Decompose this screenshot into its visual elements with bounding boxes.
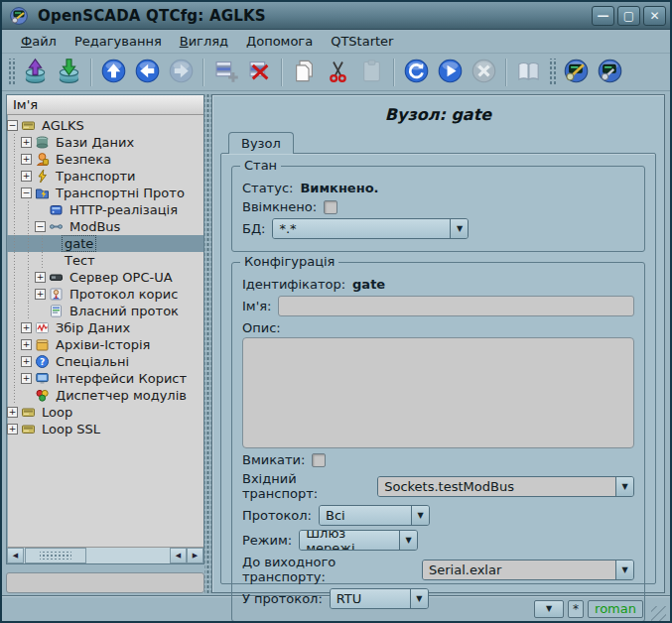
tree-item-user-protocol[interactable]: +Протокол корис (7, 286, 203, 303)
security-icon (35, 152, 50, 167)
tree-hscrollbar[interactable]: ◀ ◀ ▶ (7, 547, 203, 563)
back-arrow-icon (134, 58, 161, 87)
expand-icon[interactable]: + (21, 322, 32, 333)
tree-filter-input[interactable] (6, 572, 204, 593)
out-transport-combobox[interactable]: Serial.exlar ▼ (422, 560, 634, 580)
user-protocol-icon (49, 287, 64, 302)
expand-icon[interactable]: + (35, 272, 46, 283)
to-enable-checkbox[interactable] (312, 453, 326, 467)
menu-item-view[interactable]: Вигляд (171, 32, 237, 51)
tree-item-test[interactable]: Тест (7, 252, 203, 269)
save-to-db-icon (56, 58, 82, 87)
copy-item-button[interactable] (288, 57, 320, 88)
go-forward-button[interactable] (165, 57, 197, 88)
expand-icon[interactable]: + (7, 424, 18, 435)
tree-item-modules[interactable]: Диспетчер модулів (7, 387, 203, 404)
enabled-checkbox[interactable] (324, 200, 337, 214)
toolbar-separator (202, 59, 203, 86)
manual-button[interactable] (512, 57, 544, 88)
tree-item-modbus[interactable]: −ModBus (7, 218, 203, 235)
collapse-icon[interactable]: − (35, 221, 46, 232)
tree-item-transports[interactable]: +Транспорти (7, 168, 203, 185)
scroll-right-icon[interactable]: ▶ (187, 548, 203, 563)
close-button[interactable]: ✕ (643, 6, 666, 26)
stop-update-button[interactable] (468, 57, 499, 88)
splitter-handle[interactable] (204, 94, 211, 593)
expand-icon[interactable]: + (35, 289, 46, 300)
delete-item-button[interactable] (243, 57, 275, 88)
go-back-button[interactable] (131, 57, 163, 88)
tree-item-loop-ssl[interactable]: +Loop SSL (7, 421, 203, 437)
load-from-db-button[interactable] (19, 57, 51, 88)
tree-item-databases[interactable]: +Бази Даних (7, 134, 203, 151)
save-to-db-button[interactable] (53, 57, 84, 88)
toolbar-handle[interactable] (7, 59, 15, 86)
tree-item-label: ModBus (67, 219, 122, 234)
tree-item-label: Loop SSL (40, 422, 102, 436)
refresh-button[interactable] (400, 57, 432, 88)
tree-item-aglks[interactable]: −AGLKS (7, 117, 203, 134)
tree-item-ui[interactable]: +Інтерфейси Корист (7, 370, 203, 387)
menu-item-file[interactable]: Файл (12, 32, 66, 51)
chevron-down-icon: ▼ (399, 531, 417, 550)
to-protocol-combobox[interactable]: RTU ▼ (330, 588, 429, 609)
tree-item-daq[interactable]: +Збір Даних (7, 319, 203, 336)
tree-item-http[interactable]: HTTP-реалізація (7, 201, 203, 218)
go-up-button[interactable] (97, 57, 129, 88)
tree-item-own-protocol[interactable]: Власний проток (7, 303, 203, 319)
expand-icon[interactable]: + (21, 373, 32, 384)
maximize-button[interactable]: ▢ (617, 6, 640, 26)
tree-item-loop[interactable]: +Loop (7, 404, 203, 421)
qtstarter-config-button[interactable] (560, 57, 592, 88)
tree-item-security[interactable]: +Безпека (7, 151, 203, 168)
resize-grip[interactable] (651, 606, 666, 621)
expand-icon[interactable]: + (7, 407, 18, 418)
input-transport-combobox[interactable]: Sockets.testModBus ▼ (377, 476, 634, 497)
cut-item-button[interactable] (322, 57, 353, 88)
scroll-left-icon[interactable]: ◀ (7, 548, 24, 563)
tree-item-opc-ua[interactable]: +Сервер OPC-UA (7, 269, 203, 286)
minimize-button[interactable]: — (592, 6, 614, 26)
archive-box-icon (35, 337, 50, 352)
db-combobox[interactable]: *.* ▼ (272, 218, 469, 239)
tree-header: Ім'я (7, 95, 203, 115)
expand-icon[interactable]: + (21, 339, 32, 350)
tree-item-archives[interactable]: +Архіви-Історія (7, 336, 203, 353)
status-label: Статус: (242, 181, 293, 195)
main-area: Ім'я −AGLKS+Бази Даних+Безпека+Транспорт… (2, 91, 670, 595)
collapse-icon[interactable]: − (7, 120, 18, 131)
scroll-thumb[interactable] (25, 548, 86, 563)
tree-item-label: Архіви-Історія (54, 337, 152, 352)
mode-combobox[interactable]: Шлюз мережі ▼ (299, 530, 418, 551)
menu-item-edit[interactable]: Редагування (66, 32, 171, 51)
tab-node[interactable]: Вузол (228, 132, 294, 154)
menu-item-qtstarter[interactable]: QTStarter (322, 32, 402, 51)
tree-item-gate[interactable]: gate (7, 235, 203, 252)
menu-item-help[interactable]: Допомога (237, 32, 322, 51)
tree-body: −AGLKS+Бази Даних+Безпека+Транспорти−Тра… (7, 115, 203, 547)
question-icon: ? (35, 354, 50, 369)
add-item-button[interactable] (209, 57, 241, 88)
scroll-left2-icon[interactable]: ◀ (170, 548, 187, 563)
load-from-db-icon (22, 58, 49, 87)
tree-item-label: HTTP-реалізація (67, 202, 180, 217)
state-group-title: Стан (240, 158, 281, 173)
toolbar-handle[interactable] (548, 59, 556, 86)
start-update-button[interactable] (434, 57, 466, 88)
qtstarter-button[interactable] (594, 57, 625, 88)
name-input[interactable] (278, 296, 634, 316)
tree-item-transport-protocols[interactable]: −Транспортні Прото (7, 185, 203, 201)
expand-icon[interactable]: + (21, 356, 32, 367)
forward-arrow-icon (168, 58, 195, 87)
expand-icon[interactable]: + (21, 137, 32, 148)
paste-item-button[interactable] (355, 57, 387, 88)
window-title: OpenSCADA QTCfg: AGLKS (38, 7, 589, 25)
description-textarea[interactable] (242, 337, 634, 448)
expand-icon[interactable]: + (21, 171, 32, 182)
expand-icon[interactable]: + (21, 154, 32, 165)
protocol-combobox[interactable]: Всі ▼ (319, 505, 430, 526)
tabbar: Вузол (220, 132, 656, 154)
tree-item-label: gate (63, 236, 95, 251)
tree-item-specials[interactable]: +?Спеціальні (7, 353, 203, 370)
collapse-icon[interactable]: − (21, 187, 32, 198)
